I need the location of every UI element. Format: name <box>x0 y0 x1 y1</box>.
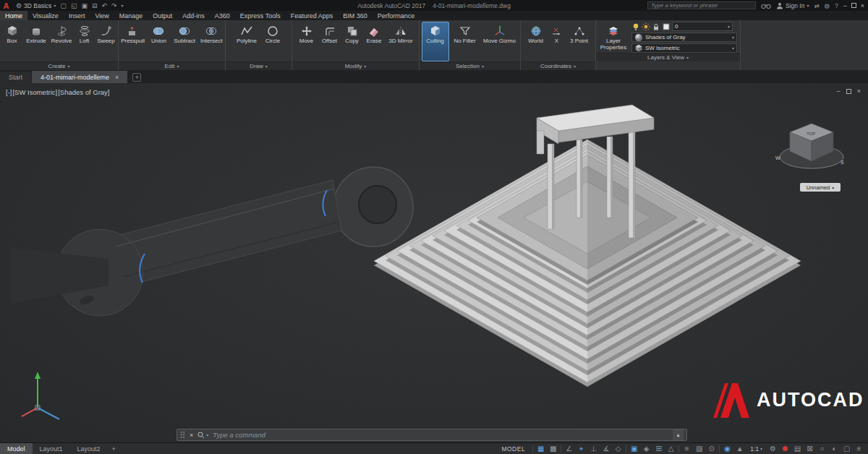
quick-properties-icon[interactable]: ▤ <box>791 445 804 453</box>
autoscale-icon[interactable]: ▲ <box>733 445 746 453</box>
object-snap-3d-icon[interactable]: ◈ <box>640 445 652 453</box>
layer-color-swatch[interactable] <box>662 22 671 31</box>
plot-icon[interactable]: ⊟ <box>92 2 98 9</box>
help-search-input[interactable]: Type a keyword or phrase <box>647 1 756 9</box>
offset-button[interactable]: Offset <box>318 22 341 61</box>
minimize-button[interactable]: – <box>843 2 847 9</box>
mirror-3d-button[interactable]: 3D Mirror <box>386 22 416 61</box>
selection-cycling-icon[interactable]: ⊙ <box>705 445 718 453</box>
file-tab-start[interactable]: Start <box>0 72 31 83</box>
ucs-icon[interactable] <box>16 370 67 422</box>
help-icon[interactable]: ? <box>835 2 838 9</box>
copy-button[interactable]: Copy <box>341 22 362 61</box>
command-history-icon[interactable]: ▴ <box>673 429 684 440</box>
clean-screen-icon[interactable]: ▢ <box>841 445 853 453</box>
layer-on-icon[interactable] <box>631 22 640 31</box>
loft-button[interactable]: Loft <box>75 22 94 61</box>
intersect-button[interactable]: Intersect <box>199 22 224 61</box>
file-tab-document[interactable]: 4-01-mimari-modelleme × <box>32 71 127 83</box>
polar-tracking-icon[interactable]: ∡ <box>600 445 612 453</box>
tab-manage[interactable]: Manage <box>114 11 148 20</box>
tab-express-tools[interactable]: Express Tools <box>235 11 286 20</box>
grid-icon[interactable]: ▦ <box>535 445 547 453</box>
command-line[interactable]: × ▾ Type a command ▴ <box>176 429 687 441</box>
tab-a360[interactable]: A360 <box>210 11 235 20</box>
lineweight-icon[interactable]: ≡ <box>681 445 693 453</box>
open-file-icon[interactable]: ◱ <box>71 2 77 9</box>
view-dropdown[interactable]: SW Isometric ▾ <box>631 43 737 53</box>
sweep-button[interactable]: Sweep <box>95 22 117 61</box>
subtract-button[interactable]: Subtract <box>171 22 198 61</box>
search-binoculars-icon[interactable] <box>761 2 771 9</box>
new-layout-button[interactable]: + <box>108 445 120 453</box>
application-menu-button[interactable]: A <box>0 0 12 11</box>
tab-insert[interactable]: Insert <box>64 11 90 20</box>
annotation-visibility-icon[interactable]: ◉ <box>721 445 733 453</box>
circle-button[interactable]: Circle <box>261 22 284 61</box>
panel-label-draw[interactable]: Draw ▾ <box>226 61 292 70</box>
drag-grip[interactable] <box>180 431 185 439</box>
extrude-button[interactable]: Extrude <box>24 22 48 61</box>
customization-icon[interactable]: ≡ <box>853 445 865 453</box>
isolate-objects-icon[interactable]: ○ <box>816 445 828 453</box>
workspace-switcher[interactable]: ⚙ 3D Basics ▾ <box>16 2 56 9</box>
object-snap-icon[interactable]: ▣ <box>628 445 640 453</box>
visual-style-dropdown[interactable]: Shades of Gray ▾ <box>631 33 737 42</box>
annotation-monitor-icon[interactable] <box>779 445 791 453</box>
panel-label-edit[interactable]: Edit ▾ <box>119 61 225 70</box>
dynamic-ucs-icon[interactable]: △ <box>665 445 677 453</box>
culling-button[interactable]: Culling <box>422 22 449 61</box>
layout1-tab[interactable]: Layout1 <box>33 443 70 454</box>
annotation-scale-button[interactable]: 1:1 ▾ <box>746 445 767 453</box>
no-filter-button[interactable]: No Filter <box>450 22 480 61</box>
revolve-button[interactable]: Revolve <box>49 22 74 61</box>
restore-button[interactable] <box>851 3 856 8</box>
viewport-visual-style-control[interactable]: [Shades of Gray] <box>58 88 109 96</box>
tab-featured-apps[interactable]: Featured Apps <box>286 11 339 20</box>
tab-home[interactable]: Home <box>0 11 27 20</box>
restore-icon[interactable] <box>846 89 851 94</box>
viewcube-ucs-menu[interactable]: Unnamed ▾ <box>800 183 841 192</box>
model-space-button[interactable]: MODEL <box>495 445 531 453</box>
three-point-button[interactable]: 3 Point <box>566 22 593 61</box>
close-icon[interactable]: × <box>857 87 861 95</box>
union-button[interactable]: Union <box>147 22 170 61</box>
close-button[interactable]: × <box>861 2 864 9</box>
sign-in-button[interactable]: Sign In ▾ <box>776 2 809 9</box>
viewport-view-control[interactable]: [SW Isometric] <box>12 88 57 96</box>
panel-label-coordinates[interactable]: Coordinates ▾ <box>521 61 595 70</box>
layout2-tab[interactable]: Layout2 <box>70 443 108 454</box>
viewport-menu-control[interactable]: [-] <box>6 88 12 96</box>
model-tab[interactable]: Model <box>0 443 33 454</box>
close-icon[interactable]: × <box>190 432 193 439</box>
close-icon[interactable]: × <box>115 74 119 81</box>
new-file-icon[interactable]: ▢ <box>60 2 67 9</box>
snap-icon[interactable]: ▩ <box>547 445 559 453</box>
polyline-button[interactable]: Polyline <box>233 22 260 61</box>
workspace-gear-icon[interactable]: ⚙ <box>767 445 779 453</box>
stay-connected-icon[interactable]: ◍ <box>825 2 830 9</box>
layer-freeze-icon[interactable] <box>642 22 650 31</box>
layer-properties-button[interactable]: Layer Properties <box>598 22 629 53</box>
transparency-icon[interactable]: ▨ <box>693 445 705 453</box>
tab-addins[interactable]: Add-ins <box>177 11 210 20</box>
panel-label-layers-view[interactable]: Layers & View ▾ <box>596 53 740 61</box>
object-snap-tracking-icon[interactable]: ⊞ <box>652 445 665 453</box>
ortho-icon[interactable]: ⊥ <box>587 445 600 453</box>
panel-label-create[interactable]: Create ▾ <box>0 61 118 70</box>
command-input[interactable]: Type a command <box>213 431 668 439</box>
panel-label-selection[interactable]: Selection ▾ <box>420 61 520 70</box>
presspull-button[interactable]: Presspull <box>119 22 146 61</box>
tab-performance[interactable]: Performance <box>373 11 420 20</box>
box-button[interactable]: Box <box>1 22 23 61</box>
minimize-icon[interactable]: – <box>837 87 841 95</box>
undo-icon[interactable]: ↶ <box>101 2 107 9</box>
lock-ui-icon[interactable]: ⊠ <box>804 445 816 453</box>
redo-icon[interactable]: ↷ <box>111 2 117 9</box>
layer-dropdown[interactable]: 0 ▾ <box>672 22 733 31</box>
qat-customize-icon[interactable]: ▾ <box>122 3 124 8</box>
layer-lock-icon[interactable] <box>652 22 660 31</box>
move-gizmo-button[interactable]: Move Gizmo <box>481 22 519 61</box>
world-ucs-button[interactable]: World <box>524 22 548 61</box>
tab-view[interactable]: View <box>90 11 114 20</box>
